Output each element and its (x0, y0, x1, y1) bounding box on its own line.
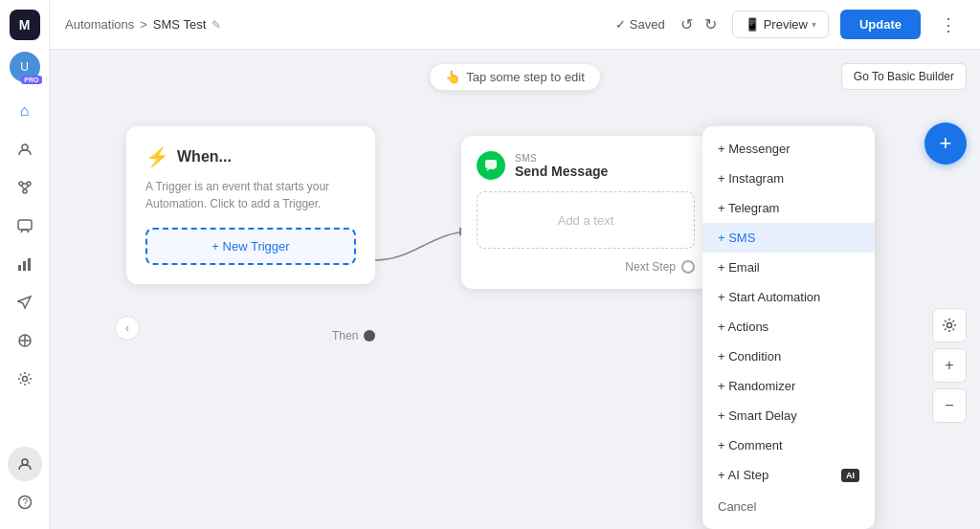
redo-button[interactable]: ↻ (701, 11, 721, 37)
svg-point-14 (22, 377, 27, 382)
check-icon: ✓ (615, 17, 626, 32)
sidebar-icon-flows[interactable] (8, 170, 42, 205)
add-text-placeholder: Add a text (558, 213, 614, 228)
dropdown-item-telegram[interactable]: + Telegram (702, 193, 875, 223)
dropdown-item-actions-label: + Actions (718, 320, 768, 334)
next-step-label: Next Step (625, 260, 676, 274)
sidebar-icon-home[interactable]: ⌂ (8, 94, 42, 128)
dropdown-item-sms-label: + SMS (718, 231, 755, 245)
side-tools: + − (932, 308, 967, 423)
saved-label: Saved (630, 17, 665, 32)
pro-badge: PRO (21, 76, 41, 84)
dropdown-item-ai-step[interactable]: + AI Step AI (702, 460, 875, 490)
tap-hint-text: Tap some step to edit (466, 70, 585, 84)
dropdown-cancel[interactable]: Cancel (702, 492, 875, 521)
then-dot (364, 330, 375, 342)
svg-point-20 (947, 323, 952, 328)
dropdown-item-actions[interactable]: + Actions (702, 312, 875, 342)
dropdown-item-smart-delay-label: + Smart Delay (718, 408, 797, 423)
svg-rect-8 (18, 265, 21, 271)
ai-badge: AI (841, 469, 859, 482)
then-label: Then (332, 329, 375, 342)
breadcrumb: Automations > SMS Test ✎ (65, 17, 221, 32)
undo-button[interactable]: ↺ (677, 11, 697, 37)
sidebar: M U PRO ⌂ ? (0, 0, 50, 529)
next-step-dot[interactable] (681, 260, 695, 274)
bolt-icon: ⚡ (145, 145, 169, 168)
dropdown-item-comment-label: + Comment (718, 438, 783, 452)
more-options-button[interactable]: ⋮ (932, 11, 965, 39)
dropdown-item-condition[interactable]: + Condition (702, 342, 875, 371)
edit-icon[interactable]: ✎ (212, 18, 221, 32)
when-description: A Trigger is an event that starts your A… (145, 178, 356, 212)
sidebar-icon-messages[interactable] (8, 209, 42, 243)
sms-header-text: SMS Send Message (515, 153, 608, 179)
sidebar-icon-contacts[interactable] (8, 132, 42, 166)
sidebar-icon-profile[interactable] (8, 447, 42, 481)
canvas: 👆 Tap some step to edit Go To Basic Buil… (50, 50, 980, 529)
svg-line-5 (21, 186, 25, 189)
basic-builder-button[interactable]: Go To Basic Builder (841, 63, 967, 90)
svg-rect-10 (28, 258, 31, 271)
next-step-row: Next Step (477, 260, 695, 274)
add-text-box[interactable]: Add a text (477, 191, 695, 249)
sms-node-header: SMS Send Message (477, 151, 695, 180)
sms-node[interactable]: SMS Send Message Add a text Next Step (461, 136, 710, 289)
svg-point-3 (23, 189, 27, 193)
fab-button[interactable]: + (924, 122, 967, 165)
svg-rect-7 (18, 220, 32, 230)
svg-point-2 (27, 182, 31, 186)
then-text: Then (332, 329, 358, 342)
svg-point-15 (22, 459, 28, 465)
dropdown-item-condition-label: + Condition (718, 349, 781, 364)
main-area: Automations > SMS Test ✎ ✓ Saved ↺ ↻ 📱 P… (50, 0, 980, 529)
sidebar-bottom: ? (8, 447, 42, 519)
svg-point-0 (22, 144, 28, 150)
undo-redo-controls: ↺ ↻ (677, 11, 721, 37)
saved-status: ✓ Saved (615, 17, 665, 32)
dropdown-item-comment[interactable]: + Comment (702, 430, 875, 460)
sms-icon-circle (477, 151, 505, 180)
svg-point-1 (19, 182, 23, 186)
sidebar-icon-integrations[interactable] (8, 323, 42, 358)
svg-line-6 (25, 186, 29, 189)
dropdown-item-sms[interactable]: + SMS (702, 223, 875, 253)
dropdown-item-instagram[interactable]: + Instagram (702, 164, 875, 193)
dropdown-item-smart-delay[interactable]: + Smart Delay (702, 401, 875, 430)
sidebar-icon-settings[interactable] (8, 362, 42, 396)
tap-hint: 👆 Tap some step to edit (429, 63, 601, 91)
preview-label: Preview (764, 17, 808, 32)
sidebar-icon-help[interactable]: ? (8, 485, 42, 519)
svg-rect-19 (485, 160, 497, 168)
dropdown-item-messenger[interactable]: + Messenger (702, 134, 875, 164)
update-button[interactable]: Update (840, 10, 921, 39)
breadcrumb-parent[interactable]: Automations (65, 17, 134, 32)
when-node-header: ⚡ When... (145, 145, 356, 168)
user-avatar[interactable]: U PRO (10, 52, 40, 82)
dropdown-item-email[interactable]: + Email (702, 253, 875, 282)
header: Automations > SMS Test ✎ ✓ Saved ↺ ↻ 📱 P… (50, 0, 980, 50)
app-logo[interactable]: M (10, 10, 40, 40)
tool-zoom-out[interactable]: − (932, 388, 967, 423)
dropdown-item-start-automation-label: + Start Automation (718, 290, 820, 304)
preview-button[interactable]: 📱 Preview ▾ (732, 11, 829, 38)
sidebar-icon-analytics[interactable] (8, 247, 42, 281)
breadcrumb-separator: > (140, 17, 147, 32)
step-dropdown-menu: + Messenger + Instagram + Telegram + SMS… (702, 126, 875, 529)
canvas-nav-left[interactable]: ‹ (115, 316, 140, 341)
new-trigger-button[interactable]: + New Trigger (145, 228, 356, 265)
sms-type-label: SMS (515, 153, 608, 164)
when-title: When... (177, 148, 232, 165)
svg-text:?: ? (22, 497, 28, 508)
dropdown-item-messenger-label: + Messenger (718, 142, 791, 156)
when-node[interactable]: ⚡ When... A Trigger is an event that sta… (126, 126, 375, 284)
sidebar-icon-send[interactable] (8, 285, 42, 320)
chevron-down-icon: ▾ (812, 19, 816, 30)
dropdown-item-email-label: + Email (718, 260, 760, 275)
tool-zoom-in[interactable]: + (932, 348, 967, 383)
tool-settings[interactable] (932, 308, 967, 342)
dropdown-item-telegram-label: + Telegram (718, 201, 779, 215)
dropdown-item-randomizer[interactable]: + Randomizer (702, 371, 875, 401)
dropdown-item-start-automation[interactable]: + Start Automation (702, 282, 875, 312)
sms-title: Send Message (515, 164, 608, 179)
